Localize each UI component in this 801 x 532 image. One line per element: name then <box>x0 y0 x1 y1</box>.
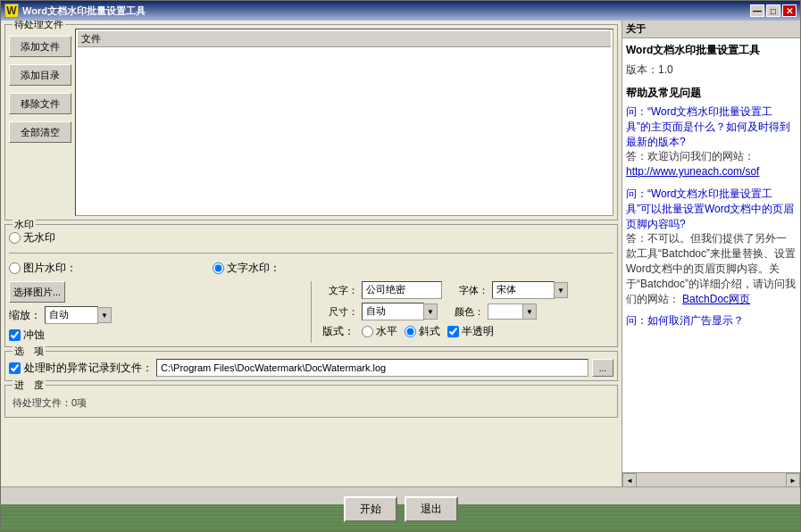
scroll-left-arrow[interactable]: ◄ <box>622 473 637 486</box>
no-watermark-label[interactable]: 无水印 <box>9 230 55 245</box>
size-input[interactable]: 自动 <box>362 303 424 320</box>
semi-transparent-checkbox[interactable] <box>447 326 459 337</box>
file-list-header: 文件 <box>78 31 611 47</box>
qa-item-3: 问：如何取消广告显示？ <box>626 313 797 328</box>
file-section-title: 待处理文件 <box>13 21 65 31</box>
right-help-title: 帮助及常见问题 <box>626 85 797 101</box>
right-panel-title: 关于 <box>622 21 800 38</box>
file-buttons: 添加文件 添加目录 移除文件 全部清空 <box>9 29 71 216</box>
left-panel: 待处理文件 添加文件 添加目录 移除文件 全部清空 文件 水印 <box>1 21 622 486</box>
log-checkbox[interactable] <box>9 362 21 374</box>
color-label: 颜色： <box>448 305 484 319</box>
color-select-container: ▼ <box>488 303 537 320</box>
color-dropdown-arrow[interactable]: ▼ <box>522 303 537 320</box>
style-row: 版式： 水平 斜式 半透明 <box>322 324 613 339</box>
color-box[interactable] <box>488 303 523 320</box>
qa-2-question: 问：“Word文档水印批量设置工具”可以批量设置Word文档中的页眉页脚内容吗? <box>626 187 797 231</box>
text-row: 文字： 公司绝密 字体： 宋体 ▼ <box>322 281 613 299</box>
size-label: 尺寸： <box>322 305 358 319</box>
close-button[interactable]: ✕ <box>782 4 797 17</box>
text-watermark-label[interactable]: 文字水印： <box>213 261 280 276</box>
erode-label: 冲蚀 <box>23 328 45 343</box>
qa-1-question: 问：“Word文档水印批量设置工具”的主页面是什么？如何及时得到最新的版本? <box>626 104 797 149</box>
watermark-divider <box>9 253 613 254</box>
window-icon: W <box>4 4 19 18</box>
watermark-section-title: 水印 <box>13 218 36 231</box>
start-button[interactable]: 开始 <box>344 496 397 522</box>
diagonal-radio[interactable] <box>405 326 416 337</box>
scale-select-container: 自动 ▼ <box>45 306 112 324</box>
qa-1-answer: 答：欢迎访问我们的网站： http://www.yuneach.com/sof <box>626 149 797 179</box>
qa-2-answer: 答：不可以。但我们提供了另外一款工具“Batchdoc”来批量替换、设置Word… <box>626 231 797 306</box>
watermark-type-row: 图片水印： 文字水印： <box>9 259 613 278</box>
erode-checkbox[interactable] <box>9 329 21 341</box>
text-label: 文字： <box>322 284 358 297</box>
scale-dropdown-arrow[interactable]: ▼ <box>97 307 112 323</box>
main-content: 待处理文件 添加文件 添加目录 移除文件 全部清空 文件 水印 <box>1 21 800 486</box>
text-options: 文字： 公司绝密 字体： 宋体 ▼ 尺寸： <box>322 281 613 343</box>
text-input-container: 公司绝密 <box>362 281 442 299</box>
progress-section: 进 度 待处理文件：0项 <box>4 385 618 418</box>
file-list-area[interactable]: 文件 <box>75 29 613 216</box>
diagonal-label[interactable]: 斜式 <box>405 324 440 339</box>
qa-3-question: 问：如何取消广告显示？ <box>626 313 797 328</box>
clear-all-button[interactable]: 全部清空 <box>9 121 71 143</box>
horizontal-label[interactable]: 水平 <box>362 324 397 339</box>
qa-item-1: 问：“Word文档水印批量设置工具”的主页面是什么？如何及时得到最新的版本? 答… <box>626 104 797 179</box>
log-checkbox-label: 处理时的异常记录到文件： <box>24 361 153 376</box>
title-bar: W Word文档水印批量设置工具 — □ ✕ <box>1 1 800 21</box>
erode-row: 冲蚀 <box>9 328 300 343</box>
maximize-button[interactable]: □ <box>766 4 780 17</box>
qa-2-link[interactable]: BatchDoc网页 <box>682 293 750 305</box>
image-options: 选择图片... 缩放： 自动 ▼ 冲蚀 <box>9 281 300 343</box>
select-image-button[interactable]: 选择图片... <box>9 281 65 303</box>
select-image-row: 选择图片... <box>9 281 300 303</box>
right-panel-content[interactable]: Word文档水印批量设置工具 版本：1.0 帮助及常见问题 问：“Word文档水… <box>622 38 800 472</box>
font-input[interactable]: 宋体 <box>492 281 555 299</box>
qa-item-2: 问：“Word文档水印批量设置工具”可以批量设置Word文档中的页眉页脚内容吗?… <box>626 187 797 306</box>
qa-1-link[interactable]: http://www.yuneach.com/sof <box>626 165 759 178</box>
right-scroll-bar: ◄ ► <box>622 472 800 486</box>
image-watermark-label[interactable]: 图片水印： <box>9 261 77 276</box>
size-select-container: 自动 ▼ <box>362 303 438 320</box>
add-dir-button[interactable]: 添加目录 <box>9 64 71 86</box>
watermark-options: 选择图片... 缩放： 自动 ▼ 冲蚀 <box>9 281 613 343</box>
horizontal-radio[interactable] <box>362 326 373 337</box>
semi-transparent-label[interactable]: 半透明 <box>447 324 494 339</box>
bottom-bar: 开始 退出 <box>1 486 800 531</box>
image-watermark-radio[interactable] <box>9 262 21 274</box>
scale-row: 缩放： 自动 ▼ <box>9 306 300 324</box>
options-content: 处理时的异常记录到文件： ... <box>9 359 613 377</box>
scale-input[interactable]: 自动 <box>45 306 98 324</box>
scroll-right-arrow[interactable]: ► <box>786 473 800 486</box>
window-title: Word文档水印批量设置工具 <box>22 4 750 18</box>
options-section: 选 项 处理时的异常记录到文件： ... <box>4 351 618 381</box>
options-divider <box>311 281 312 343</box>
style-label: 版式： <box>322 324 355 339</box>
title-bar-buttons: — □ ✕ <box>750 4 797 17</box>
right-app-title: Word文档水印批量设置工具 <box>626 42 797 58</box>
minimize-button[interactable]: — <box>750 4 764 17</box>
font-dropdown-arrow[interactable]: ▼ <box>554 282 568 298</box>
progress-content: 待处理文件：0项 <box>9 393 613 413</box>
no-watermark-row: 无水印 <box>9 229 613 247</box>
scale-label: 缩放： <box>9 308 41 323</box>
bottom-bg-decoration <box>1 504 800 531</box>
size-row: 尺寸： 自动 ▼ 颜色： ▼ <box>322 303 613 320</box>
size-dropdown-arrow[interactable]: ▼ <box>423 303 438 320</box>
exit-button[interactable]: 退出 <box>405 496 458 522</box>
main-window: W Word文档水印批量设置工具 — □ ✕ 待处理文件 添加文件 添加目录 移… <box>0 0 801 532</box>
scroll-track[interactable] <box>637 473 786 486</box>
text-watermark-radio[interactable] <box>213 262 224 274</box>
no-watermark-radio[interactable] <box>9 232 21 244</box>
font-label: 字体： <box>453 284 488 297</box>
text-input[interactable]: 公司绝密 <box>362 281 442 299</box>
right-version: 版本：1.0 <box>626 62 797 78</box>
add-file-button[interactable]: 添加文件 <box>9 36 71 57</box>
watermark-section: 水印 无水印 图片水印： <box>4 224 618 347</box>
browse-button[interactable]: ... <box>592 359 613 377</box>
log-path-input[interactable] <box>156 359 588 377</box>
progress-section-title: 进 度 <box>13 378 46 392</box>
remove-file-button[interactable]: 移除文件 <box>9 93 71 114</box>
file-section: 待处理文件 添加文件 添加目录 移除文件 全部清空 文件 <box>4 24 618 220</box>
